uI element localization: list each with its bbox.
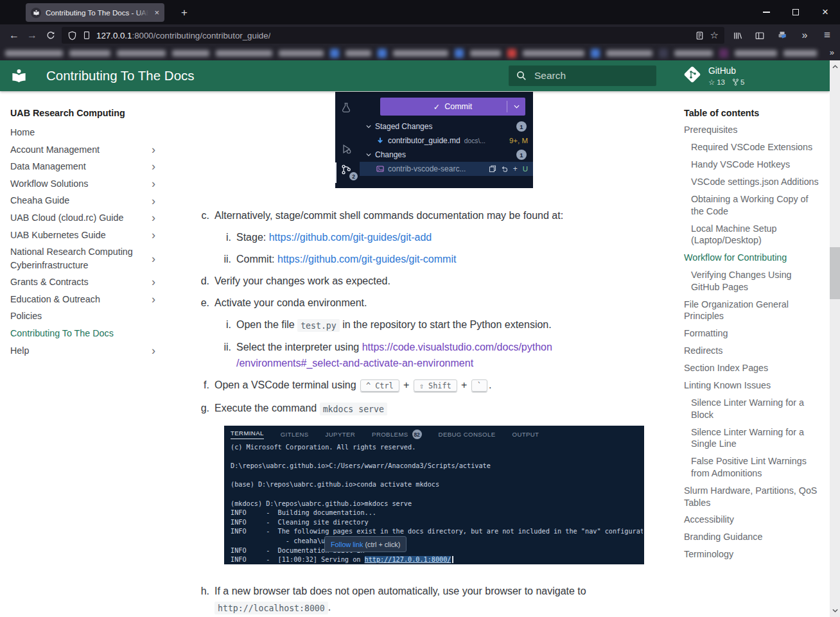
toc-item[interactable]: Slurm Hardware, Partitions, QoS Tables xyxy=(684,485,823,508)
terminal-line: (base) D:\repos\uabrc.github.io>conda ac… xyxy=(231,481,643,491)
bookmark-star-icon[interactable]: ☆ xyxy=(710,31,719,40)
scrollbar-thumb[interactable] xyxy=(830,247,840,299)
sidebar-item-label: Help xyxy=(10,344,29,357)
text-cursor xyxy=(452,556,453,563)
scroll-up-icon[interactable] xyxy=(832,65,838,69)
toc-item[interactable]: Branding Guidance xyxy=(684,531,823,543)
toc-item[interactable]: Redirects xyxy=(684,345,823,357)
bookmark-item-redacted[interactable] xyxy=(783,50,817,56)
hyperlink[interactable]: https://github.com/git-guides/git-commit xyxy=(277,254,456,265)
window-close-button[interactable]: × xyxy=(816,3,835,22)
hyperlink[interactable]: https://github.com/git-guides/git-add xyxy=(269,232,432,243)
bookmark-item-redacted[interactable] xyxy=(346,50,371,56)
tab-close-icon[interactable]: × xyxy=(153,8,159,17)
toc-item[interactable]: Obtaining a Working Copy of the Code xyxy=(684,193,823,217)
bookmark-item-redacted[interactable] xyxy=(470,50,501,56)
sidebar-item[interactable]: National Research Computing Cyberinfrast… xyxy=(10,243,159,274)
sidebar-item[interactable]: UAB Kubernetes Guide› xyxy=(10,227,159,244)
site-logo-icon[interactable] xyxy=(10,67,28,84)
follow-link-tooltip: Follow link (ctrl + click) xyxy=(324,536,407,552)
table-of-contents: Table of contents PrerequisitesRequired … xyxy=(684,105,823,566)
bookmark-item-redacted[interactable] xyxy=(606,50,652,56)
staged-changes-header: Staged Changes 1 xyxy=(360,119,533,134)
toc-item[interactable]: Formatting xyxy=(684,327,823,340)
url-bar[interactable]: 127.0.0.1:8000/contributing/contributor_… xyxy=(62,27,724,44)
bookmark-item-redacted[interactable] xyxy=(523,50,584,56)
sidebar-item[interactable]: Cheaha Guide› xyxy=(10,192,159,209)
bookmark-item-redacted[interactable] xyxy=(674,50,713,56)
app-menu-icon[interactable]: ≡ xyxy=(818,27,836,44)
browser-tab-bar: Contributing To The Docs - UAB × + × xyxy=(0,0,840,24)
bookmark-item-redacted[interactable] xyxy=(659,49,668,58)
sidebar-toggle-icon[interactable] xyxy=(751,27,769,44)
sidebar-item[interactable]: Policies xyxy=(10,308,159,325)
bookmark-item-redacted[interactable] xyxy=(172,50,209,56)
back-button[interactable]: ← xyxy=(5,27,23,44)
sidebar-item[interactable]: Contributing To The Docs xyxy=(10,325,159,342)
toc-item[interactable]: Verifying Changes Using GitHub Pages xyxy=(684,269,823,293)
terminal-line: INFO - Cleaning site directory xyxy=(231,519,643,528)
bookmark-item-redacted[interactable] xyxy=(117,50,166,56)
toc-item[interactable]: File Organization General Principles xyxy=(684,299,823,322)
shield-icon[interactable] xyxy=(67,31,77,40)
printer-extension-icon[interactable] xyxy=(773,27,791,44)
toc-item[interactable]: Required VSCode Extensions xyxy=(684,141,823,153)
bookmark-item-redacted[interactable] xyxy=(591,49,600,58)
sidebar-item[interactable]: UAB Cloud (cloud.rc) Guide› xyxy=(10,209,159,227)
toc-item[interactable]: Silence Linter Warning for a Single Line xyxy=(684,426,823,450)
page-content: Contributing To The Docs Search GitHub ☆… xyxy=(0,60,830,617)
github-repo-link[interactable]: GitHub ☆13 5 xyxy=(683,65,744,87)
new-tab-button[interactable]: + xyxy=(176,4,193,21)
forward-button[interactable]: → xyxy=(23,27,41,44)
sidebar-item[interactable]: Workflow Solutions› xyxy=(10,175,159,193)
library-icon[interactable] xyxy=(728,27,746,44)
bookmark-item-redacted[interactable] xyxy=(330,49,339,58)
bookmark-item-redacted[interactable] xyxy=(393,50,448,56)
toc-item[interactable]: Silence Linter Warning for a Block xyxy=(684,397,823,421)
changed-file-row: contrib-vscode-searc... + U xyxy=(360,162,533,176)
sidebar-item[interactable]: Data Management› xyxy=(10,158,159,175)
window-maximize-button[interactable] xyxy=(786,3,805,22)
sidebar-item[interactable]: Grants & Contracts› xyxy=(10,274,159,291)
toc-item[interactable]: False Positive Lint Warnings from Admoni… xyxy=(684,455,823,479)
bookmarks-redacted-strip xyxy=(4,49,817,58)
sidebar-item[interactable]: Education & Outreach› xyxy=(10,291,159,308)
toc-item[interactable]: Prerequisites xyxy=(684,124,823,136)
toc-item[interactable]: Accessibility xyxy=(684,514,823,526)
window-minimize-button[interactable] xyxy=(757,3,776,22)
toc-item[interactable]: Workflow for Contributing xyxy=(684,252,823,264)
hyperlink[interactable]: https://code.visualstudio.com/docs/pytho… xyxy=(236,342,552,369)
window-scrollbar[interactable] xyxy=(830,60,840,617)
bookmark-item-redacted[interactable] xyxy=(378,49,387,58)
search-input[interactable]: Search xyxy=(509,65,656,86)
chevron-right-icon: › xyxy=(152,146,159,153)
page-info-icon[interactable] xyxy=(82,31,91,40)
toc-item[interactable]: Handy VSCode Hotkeys xyxy=(684,159,823,171)
toc-item[interactable]: Section Index Pages xyxy=(684,362,823,374)
sidebar-item[interactable]: Help› xyxy=(10,342,159,360)
bookmarks-overflow-icon[interactable]: » xyxy=(830,48,834,57)
bookmark-item-redacted[interactable] xyxy=(69,50,110,56)
bookmark-item-redacted[interactable] xyxy=(279,50,324,56)
reader-mode-icon[interactable] xyxy=(695,31,704,40)
bookmark-item-redacted[interactable] xyxy=(719,49,728,58)
terminal-line: INFO - Documentation built in xyxy=(231,547,643,557)
toc-item[interactable]: VSCode settings.json Additions xyxy=(684,176,823,188)
instruction-steps-continued: h.If a new browser tab does not open aut… xyxy=(200,583,644,616)
toolbar-overflow-icon[interactable]: » xyxy=(796,27,814,44)
toc-item[interactable]: Linting Known Issues xyxy=(684,379,823,392)
scroll-down-icon[interactable] xyxy=(832,609,838,613)
bookmark-item-redacted[interactable] xyxy=(507,49,516,58)
bookmark-item-redacted[interactable] xyxy=(216,50,272,56)
reload-button[interactable] xyxy=(41,27,59,44)
staged-file-path: docs\... xyxy=(464,137,486,144)
toc-item[interactable]: Local Machine Setup (Laptop/Desktop) xyxy=(684,223,823,247)
sidebar-item[interactable]: Home xyxy=(10,124,159,141)
bookmark-item-redacted[interactable] xyxy=(5,50,63,56)
bookmark-item-redacted[interactable] xyxy=(735,50,777,56)
chevron-right-icon: › xyxy=(152,255,159,263)
sidebar-item[interactable]: Account Management› xyxy=(10,141,159,159)
browser-tab[interactable]: Contributing To The Docs - UAB × xyxy=(26,3,164,22)
toc-item[interactable]: Terminology xyxy=(684,548,823,561)
bookmark-item-redacted[interactable] xyxy=(455,49,464,58)
